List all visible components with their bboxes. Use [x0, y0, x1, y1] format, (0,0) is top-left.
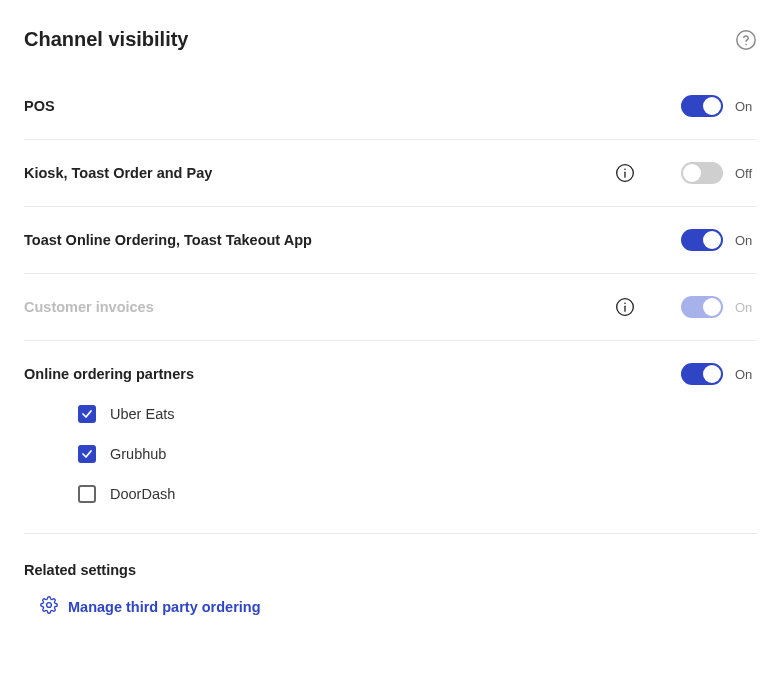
toggle-kiosk[interactable] — [681, 162, 723, 184]
channel-row-invoices: Customer invoices On — [24, 274, 757, 341]
page-title: Channel visibility — [24, 28, 188, 51]
channel-row-kiosk: Kiosk, Toast Order and Pay Off — [24, 140, 757, 207]
checkbox-doordash[interactable] — [78, 485, 96, 503]
channel-label: Toast Online Ordering, Toast Takeout App — [24, 232, 312, 248]
partners-label: Online ordering partners — [24, 366, 194, 382]
toggle-state: On — [735, 367, 757, 382]
channel-label: Customer invoices — [24, 299, 154, 315]
manage-third-party-link[interactable]: Manage third party ordering — [24, 596, 261, 617]
partner-label: Uber Eats — [110, 406, 174, 422]
partner-item-doordash: DoorDash — [78, 485, 757, 503]
svg-point-5 — [624, 302, 626, 304]
svg-point-3 — [624, 168, 626, 170]
toggle-partners[interactable] — [681, 363, 723, 385]
gear-icon — [40, 596, 58, 617]
toggle-pos[interactable] — [681, 95, 723, 117]
partner-item-ubereats: Uber Eats — [78, 405, 757, 423]
toggle-state: Off — [735, 166, 757, 181]
channel-row-pos: POS On — [24, 73, 757, 140]
checkbox-ubereats[interactable] — [78, 405, 96, 423]
toggle-state: On — [735, 300, 757, 315]
related-title: Related settings — [24, 562, 757, 578]
info-icon[interactable] — [615, 297, 635, 317]
partner-label: Grubhub — [110, 446, 166, 462]
help-icon[interactable] — [735, 29, 757, 51]
partner-label: DoorDash — [110, 486, 175, 502]
svg-point-6 — [47, 603, 52, 608]
toggle-invoices — [681, 296, 723, 318]
channel-row-olo: Toast Online Ordering, Toast Takeout App… — [24, 207, 757, 274]
toggle-olo[interactable] — [681, 229, 723, 251]
checkbox-grubhub[interactable] — [78, 445, 96, 463]
related-settings-section: Related settings Manage third party orde… — [24, 534, 757, 618]
partners-section: Online ordering partners On Uber Eats Gr… — [24, 341, 757, 534]
partner-item-grubhub: Grubhub — [78, 445, 757, 463]
channel-label: POS — [24, 98, 55, 114]
info-icon[interactable] — [615, 163, 635, 183]
toggle-state: On — [735, 99, 757, 114]
toggle-state: On — [735, 233, 757, 248]
related-link-text: Manage third party ordering — [68, 599, 261, 615]
svg-point-1 — [745, 43, 747, 45]
channel-label: Kiosk, Toast Order and Pay — [24, 165, 212, 181]
